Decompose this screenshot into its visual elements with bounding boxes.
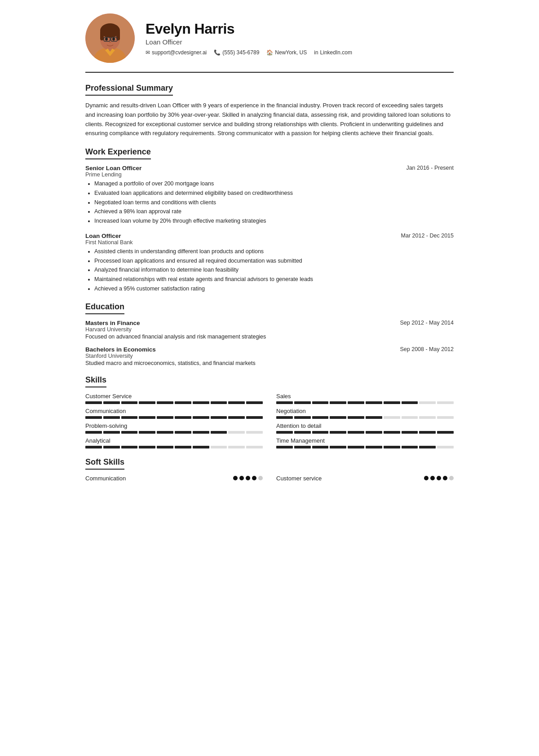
skill-bar: [85, 446, 263, 448]
job-date: Jan 2016 - Present: [406, 165, 454, 171]
skill-segment: [193, 431, 209, 434]
skill-segment: [103, 431, 120, 434]
skill-dot: [239, 476, 244, 480]
edu-school: Harvard University: [85, 326, 454, 333]
resume-header: Evelyn Harris Loan Officer ✉ support@cvd…: [85, 13, 454, 73]
job-company: First National Bank: [85, 239, 454, 246]
location-icon: 🏠: [266, 49, 273, 56]
job-bullet: Analyzed financial information to determ…: [94, 266, 454, 274]
linkedin-icon: in: [314, 49, 318, 56]
skill-segment: [139, 401, 155, 404]
job-date: Mar 2012 - Dec 2015: [401, 233, 454, 239]
professional-summary-section: Professional Summary Dynamic and results…: [85, 84, 454, 138]
edu-item: Masters in Finance Sep 2012 - May 2014 H…: [85, 320, 454, 340]
skill-segment: [366, 446, 382, 448]
skill-bar: [276, 416, 454, 419]
job-title: Loan Officer: [85, 233, 121, 239]
job-bullet: Achieved a 98% loan approval rate: [94, 207, 454, 216]
skill-name: Time Management: [276, 437, 454, 444]
skill-item: Problem-solving: [85, 422, 263, 434]
skill-segment: [276, 446, 293, 448]
skill-dot: [258, 476, 263, 480]
skill-segment: [193, 401, 209, 404]
skill-segment: [157, 401, 173, 404]
edu-degree: Bachelors in Economics: [85, 346, 156, 353]
edu-degree: Masters in Finance: [85, 320, 140, 326]
skill-segment: [366, 431, 382, 434]
edu-header: Masters in Finance Sep 2012 - May 2014: [85, 320, 454, 326]
job-bullet: Evaluated loan applications and determin…: [94, 189, 454, 198]
skill-segment: [121, 431, 138, 434]
job-bullet: Increased loan volume by 20% through eff…: [94, 217, 454, 225]
job-bullets: Assisted clients in understanding differ…: [85, 247, 454, 293]
skill-segment: [437, 446, 454, 448]
skill-name: Analytical: [85, 437, 263, 444]
job-bullet: Maintained relationships with real estat…: [94, 275, 454, 284]
skill-segment: [384, 431, 400, 434]
skill-dot: [430, 476, 435, 480]
edu-container: Masters in Finance Sep 2012 - May 2014 H…: [85, 320, 454, 366]
skill-segment: [330, 401, 346, 404]
edu-item: Bachelors in Economics Sep 2008 - May 20…: [85, 346, 454, 366]
jobs-container: Senior Loan Officer Jan 2016 - Present P…: [85, 165, 454, 293]
skill-bar: [85, 431, 263, 434]
skill-segment: [175, 446, 191, 448]
skill-item: Analytical: [85, 437, 263, 448]
job-header: Senior Loan Officer Jan 2016 - Present: [85, 165, 454, 171]
skill-segment: [348, 416, 364, 419]
skill-segment: [330, 416, 346, 419]
skill-segment: [437, 431, 454, 434]
skill-name: Sales: [276, 393, 454, 400]
skill-item: Sales: [276, 393, 454, 404]
skill-bar: [276, 446, 454, 448]
skill-segment: [211, 401, 227, 404]
skill-segment: [139, 431, 155, 434]
skill-bar: [85, 416, 263, 419]
skill-segment: [402, 416, 418, 419]
skill-name: Customer Service: [85, 393, 263, 400]
skill-segment: [384, 446, 400, 448]
skill-segment: [419, 431, 436, 434]
skill-segment: [121, 416, 138, 419]
skill-segment: [157, 431, 173, 434]
skill-bar: [85, 401, 263, 404]
soft-skill-item: Customer service: [276, 475, 454, 485]
skill-segment: [228, 416, 245, 419]
skill-segment: [348, 431, 364, 434]
job-item: Loan Officer Mar 2012 - Dec 2015 First N…: [85, 233, 454, 293]
work-experience-title: Work Experience: [85, 147, 151, 159]
skill-segment: [157, 416, 173, 419]
email-icon: ✉: [146, 49, 150, 56]
skill-name: Communication: [85, 408, 263, 414]
skill-segment: [276, 431, 293, 434]
skill-segment: [175, 431, 191, 434]
education-title: Education: [85, 302, 124, 314]
skill-segment: [85, 416, 102, 419]
skill-dots: [424, 476, 454, 480]
skill-segment: [246, 401, 263, 404]
linkedin-contact: in LinkedIn.com: [314, 49, 352, 56]
skill-segment: [437, 401, 454, 404]
location-value: NewYork, US: [275, 49, 307, 56]
edu-date: Sep 2012 - May 2014: [400, 320, 454, 326]
skill-item: Negotiation: [276, 408, 454, 419]
skill-segment: [228, 431, 245, 434]
skills-grid: Customer Service Sales Communication Neg…: [85, 393, 454, 448]
phone-value: (555) 345-6789: [222, 49, 259, 56]
skill-segment: [402, 446, 418, 448]
skill-segment: [348, 401, 364, 404]
skill-item: Attention to detail: [276, 422, 454, 434]
skill-segment: [312, 416, 329, 419]
skill-segment: [419, 416, 436, 419]
svg-rect-5: [100, 31, 104, 40]
skill-segment: [211, 416, 227, 419]
skill-segment: [193, 446, 209, 448]
job-item: Senior Loan Officer Jan 2016 - Present P…: [85, 165, 454, 225]
skill-segment: [121, 401, 138, 404]
skill-dot: [246, 476, 250, 480]
skill-dot: [252, 476, 256, 480]
skill-segment: [85, 446, 102, 448]
job-bullet: Processed loan applications and ensured …: [94, 257, 454, 265]
skill-segment: [330, 446, 346, 448]
summary-text: Dynamic and results-driven Loan Officer …: [85, 101, 454, 138]
